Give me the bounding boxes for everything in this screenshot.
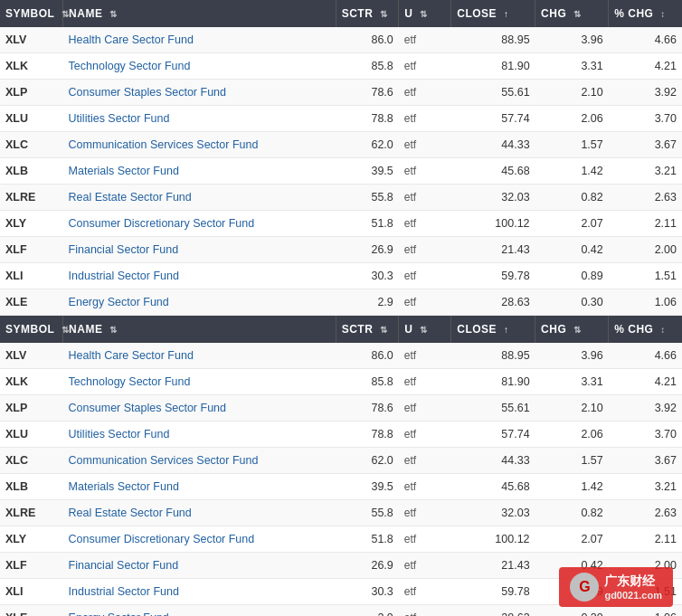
cell-pctchg: 3.70 [609, 422, 682, 448]
table-body-2: XLVHealth Care Sector Fund86.0etf88.953.… [0, 343, 682, 616]
cell-symbol: XLK [0, 53, 63, 80]
cell-name[interactable]: Communication Services Sector Fund [63, 132, 336, 158]
cell-pctchg: 3.92 [609, 80, 682, 106]
col-header-symbol-2[interactable]: SYMBOL ⇅ [0, 316, 63, 343]
col-header-symbol-1[interactable]: SYMBOL ⇅ [0, 0, 63, 27]
cell-symbol: XLC [0, 132, 63, 158]
cell-name[interactable]: Industrial Sector Fund [63, 263, 336, 289]
table-row: XLFFinancial Sector Fund26.9etf21.430.42… [0, 237, 682, 263]
cell-chg: 3.31 [535, 369, 609, 395]
col-header-close-2[interactable]: CLOSE ↑ [451, 316, 535, 343]
table-row: XLYConsumer Discretionary Sector Fund51.… [0, 526, 682, 553]
cell-chg: 1.42 [535, 474, 609, 500]
cell-name[interactable]: Technology Sector Fund [63, 53, 336, 80]
cell-chg: 1.42 [535, 158, 609, 185]
table-row: XLCCommunication Services Sector Fund62.… [0, 448, 682, 474]
cell-symbol: XLE [0, 605, 63, 617]
cell-pctchg: 3.67 [609, 448, 682, 474]
cell-name[interactable]: Industrial Sector Fund [63, 579, 336, 605]
cell-chg: 3.96 [535, 27, 609, 53]
cell-chg: 2.10 [535, 80, 609, 106]
cell-sctr: 62.0 [336, 132, 399, 158]
cell-name[interactable]: Materials Sector Fund [63, 158, 336, 185]
cell-name[interactable]: Real Estate Sector Fund [63, 185, 336, 211]
cell-sctr: 86.0 [336, 27, 399, 53]
cell-name[interactable]: Consumer Discretionary Sector Fund [63, 526, 336, 553]
col-header-u-1[interactable]: U ⇅ [399, 0, 451, 27]
cell-sctr: 85.8 [336, 369, 399, 395]
cell-u: etf [399, 53, 451, 80]
cell-sctr: 51.8 [336, 211, 399, 237]
cell-name[interactable]: Health Care Sector Fund [63, 343, 336, 369]
data-table-1: SYMBOL ⇅ NAME ⇅ SCTR ⇅ U ⇅ CLOSE ↑ CHG ⇅ [0, 0, 682, 316]
cell-pctchg: 3.92 [609, 395, 682, 422]
table-row: XLKTechnology Sector Fund85.8etf81.903.3… [0, 369, 682, 395]
cell-chg: 2.07 [535, 526, 609, 553]
cell-u: etf [399, 80, 451, 106]
cell-name[interactable]: Utilities Sector Fund [63, 422, 336, 448]
col-header-sctr-2[interactable]: SCTR ⇅ [336, 316, 399, 343]
cell-name[interactable]: Real Estate Sector Fund [63, 500, 336, 526]
cell-u: etf [399, 158, 451, 185]
col-header-pctchg-2[interactable]: % CHG ↕ [609, 316, 682, 343]
cell-close: 32.03 [451, 185, 535, 211]
col-header-pctchg-1[interactable]: % CHG ↕ [609, 0, 682, 27]
cell-name[interactable]: Financial Sector Fund [63, 237, 336, 263]
cell-sctr: 39.5 [336, 158, 399, 185]
sort-icon-close-1: ↑ [504, 9, 509, 19]
col-header-chg-1[interactable]: CHG ⇅ [535, 0, 609, 27]
cell-name[interactable]: Consumer Discretionary Sector Fund [63, 211, 336, 237]
col-header-name-2[interactable]: NAME ⇅ [63, 316, 336, 343]
table-row: XLYConsumer Discretionary Sector Fund51.… [0, 211, 682, 237]
sort-icon-chg-2: ⇅ [573, 325, 582, 335]
cell-pctchg: 2.11 [609, 526, 682, 553]
cell-sctr: 26.9 [336, 237, 399, 263]
cell-name[interactable]: Utilities Sector Fund [63, 106, 336, 132]
cell-name[interactable]: Energy Sector Fund [63, 289, 336, 316]
cell-name[interactable]: Energy Sector Fund [63, 605, 336, 617]
cell-close: 44.33 [451, 448, 535, 474]
sort-icon-close-2: ↑ [504, 325, 509, 335]
cell-name[interactable]: Consumer Staples Sector Fund [63, 80, 336, 106]
cell-symbol: XLY [0, 526, 63, 553]
table-row: XLEEnergy Sector Fund2.9etf28.630.301.06 [0, 605, 682, 617]
cell-sctr: 26.9 [336, 553, 399, 579]
cell-sctr: 86.0 [336, 343, 399, 369]
cell-name[interactable]: Consumer Staples Sector Fund [63, 395, 336, 422]
sort-icon-sctr-2: ⇅ [380, 325, 388, 335]
cell-u: etf [399, 185, 451, 211]
cell-close: 28.63 [451, 289, 535, 316]
cell-u: etf [399, 237, 451, 263]
cell-pctchg: 2.11 [609, 211, 682, 237]
cell-close: 100.12 [451, 526, 535, 553]
cell-name[interactable]: Technology Sector Fund [63, 369, 336, 395]
cell-name[interactable]: Health Care Sector Fund [63, 27, 336, 53]
cell-chg: 2.07 [535, 211, 609, 237]
cell-pctchg: 1.51 [609, 579, 682, 605]
cell-symbol: XLV [0, 27, 63, 53]
col-header-chg-2[interactable]: CHG ⇅ [535, 316, 609, 343]
cell-close: 44.33 [451, 132, 535, 158]
cell-close: 28.63 [451, 605, 535, 617]
table-row: XLEEnergy Sector Fund2.9etf28.630.301.06 [0, 289, 682, 316]
table-header-2: SYMBOL ⇅ NAME ⇅ SCTR ⇅ U ⇅ CLOSE ↑ CHG ⇅ [0, 316, 682, 343]
cell-u: etf [399, 369, 451, 395]
cell-chg: 1.57 [535, 132, 609, 158]
col-header-u-2[interactable]: U ⇅ [399, 316, 451, 343]
cell-name[interactable]: Communication Services Sector Fund [63, 448, 336, 474]
col-header-close-1[interactable]: CLOSE ↑ [451, 0, 535, 27]
sort-icon-name-2: ⇅ [109, 325, 118, 335]
cell-sctr: 2.9 [336, 605, 399, 617]
cell-close: 32.03 [451, 500, 535, 526]
sort-icon-u-1: ⇅ [420, 9, 428, 19]
cell-symbol: XLI [0, 263, 63, 289]
cell-chg: 0.42 [535, 237, 609, 263]
cell-name[interactable]: Financial Sector Fund [63, 553, 336, 579]
cell-sctr: 2.9 [336, 289, 399, 316]
col-header-sctr-1[interactable]: SCTR ⇅ [336, 0, 399, 27]
cell-name[interactable]: Materials Sector Fund [63, 474, 336, 500]
cell-symbol: XLU [0, 422, 63, 448]
cell-chg: 0.30 [535, 605, 609, 617]
table-row: XLREReal Estate Sector Fund55.8etf32.030… [0, 500, 682, 526]
col-header-name-1[interactable]: NAME ⇅ [63, 0, 336, 27]
